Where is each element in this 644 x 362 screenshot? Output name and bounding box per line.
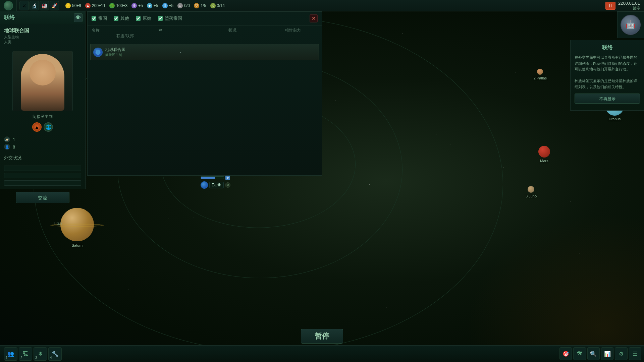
energy-icon: ⚡ <box>65 3 71 8</box>
earth-name-row[interactable]: Earth ⚙ <box>201 181 230 189</box>
pop-count: 8 <box>13 144 15 149</box>
minerals-value: 200+11 <box>92 3 105 8</box>
row-status: - <box>160 50 201 55</box>
pallas-body <box>537 69 543 75</box>
research-value: +5 <box>169 3 174 8</box>
br-icon-5[interactable]: ⚙ <box>615 347 627 360</box>
tab-other-label: 其他 <box>120 15 129 21</box>
unity-resource: ◆ +5 <box>147 3 158 8</box>
action-icon-4[interactable]: 🚀 <box>50 1 59 10</box>
pallas-asteroid[interactable]: 2 Pallas <box>534 69 547 80</box>
empire-portrait-icon[interactable]: 👁 <box>74 13 83 22</box>
tab-fallen[interactable]: 堕落帝国 <box>158 15 182 21</box>
queue-icon-4: 🔧 <box>52 351 58 357</box>
planet-count: 1 <box>13 137 15 142</box>
table-row[interactable]: 地球联合国 间接民主制 - <box>90 44 319 60</box>
empire-icons-row: ▲ 🌐 <box>0 122 85 132</box>
tab-empire-label: 帝国 <box>98 15 107 21</box>
left-panel: 联络 👁 地球联合国 人型生物 人类 间接民主制 ▲ 🌐 🪐 1 👤 8 外交状… <box>0 11 86 189</box>
alloys-resource: ◇ 0/0 <box>177 3 190 8</box>
resource-group: ⚡ 50+9 ▲ 200+11 🌿 100+3 ⚙ +5 ◆ +5 ⚙ +5 ◇… <box>62 3 228 8</box>
left-panel-header: 联络 👁 <box>0 11 85 24</box>
tab-empire-checkbox[interactable] <box>92 16 96 21</box>
empire-type: 人型生物 <box>4 35 81 40</box>
dip-bar-2 <box>4 173 81 178</box>
dip-bar-1 <box>4 166 81 171</box>
queue-item-1[interactable]: 1 👥 <box>4 347 17 361</box>
date-display: 2200.01.01 <box>618 1 640 6</box>
row-name-text: 地球联合国 间接民主制 <box>105 47 125 57</box>
research-resource: ⚙ +5 <box>162 3 174 8</box>
advisor-portrait[interactable]: 🤖 <box>617 11 644 38</box>
tab-fallen-checkbox[interactable] <box>158 16 163 21</box>
col-arrow: ⇌ <box>159 27 199 33</box>
consumer-resource: 🛡 1/5 <box>194 3 206 8</box>
queue-number-3: 3 <box>35 356 37 360</box>
queue-icon-3: ❄ <box>38 351 43 357</box>
unity-value: +5 <box>154 3 158 8</box>
armies-value: 3/14 <box>217 3 225 8</box>
br-icon-2[interactable]: 🗺 <box>573 347 586 360</box>
earth-shield-icon: ⊕ <box>225 175 230 180</box>
empire-icon-circle <box>4 1 13 10</box>
action-icon-1[interactable]: ⚔ <box>19 1 29 10</box>
mars-planet[interactable]: Mars <box>538 146 550 163</box>
saturn-label: Saturn <box>60 243 94 247</box>
empire-name: 地球联合国 <box>4 27 81 34</box>
tab-primitive[interactable]: 原始 <box>136 15 151 21</box>
empire-species: 人类 <box>4 40 81 45</box>
tab-primitive-label: 原始 <box>143 15 151 21</box>
planet-stat: 🪐 1 <box>4 136 81 142</box>
exchange-button[interactable]: 交流 <box>16 192 69 203</box>
right-panel-title: 联络 <box>575 44 640 51</box>
action-icon-2[interactable]: 🔬 <box>30 1 39 10</box>
empire-tag-orange[interactable]: ▲ <box>32 122 42 132</box>
influence-icon: ⚙ <box>131 3 137 8</box>
queue-item-4[interactable]: 4 🔧 <box>48 347 62 361</box>
br-icon-3[interactable]: 🔍 <box>587 347 600 360</box>
empire-tag-green[interactable]: 🌐 <box>44 122 53 132</box>
br-icon-1[interactable]: 🎯 <box>559 347 572 360</box>
text-highlight3: 外交 <box>611 67 619 71</box>
earth-planet-icon <box>201 181 208 189</box>
pause-display-group: 暂停 <box>301 329 343 344</box>
diplomacy-dialog: 帝国 其他 原始 堕落帝国 ✕ 名称 ⇌ 状况 相对实力 联盟/联邦 <box>87 11 322 176</box>
dip-bar-3 <box>4 180 81 186</box>
minerals-icon: ▲ <box>85 3 91 8</box>
action-icon-3[interactable]: 🏭 <box>40 1 49 10</box>
tab-primitive-checkbox[interactable] <box>136 16 141 21</box>
earth-shield-bar: ⊕ <box>201 175 230 180</box>
empire-icon[interactable] <box>0 0 17 11</box>
dialog-table-body: 地球联合国 间接民主制 - <box>88 41 322 63</box>
uranus-label: Uranus <box>609 117 621 121</box>
juno-asteroid[interactable]: 3 Juno <box>526 186 537 198</box>
tab-other-checkbox[interactable] <box>114 16 118 21</box>
close-button[interactable]: ✕ <box>310 14 318 22</box>
br-icon-6[interactable]: ☰ <box>629 347 641 360</box>
row-name: 地球联合国 间接民主制 <box>93 47 160 57</box>
influence-resource: ⚙ +5 <box>131 3 143 8</box>
diplomacy-bars <box>0 164 85 188</box>
queue-item-2[interactable]: 2 🏗 <box>19 347 32 361</box>
pop-stat-icon: 👤 <box>4 144 10 150</box>
pause-button[interactable]: ⏸ <box>605 2 615 10</box>
robot-portrait-icon: 🤖 <box>621 15 641 35</box>
energy-resource: ⚡ 50+9 <box>65 3 81 8</box>
queue-item-3[interactable]: 3 ❄ <box>34 347 47 361</box>
queue-number-2: 2 <box>20 356 22 360</box>
tab-other[interactable]: 其他 <box>114 15 129 21</box>
text-part5: 种族标签页显示的是已知外星种族的详细列表，以及他们的相关 <box>575 79 637 89</box>
empire-portrait[interactable] <box>12 51 73 111</box>
no-show-button[interactable]: 不再显示 <box>575 94 640 104</box>
pallas-label: 2 Pallas <box>534 76 547 80</box>
energy-value: 50+9 <box>72 3 81 8</box>
br-icon-4[interactable]: 📊 <box>601 347 613 360</box>
tab-empire[interactable]: 帝国 <box>92 15 107 21</box>
portrait-figure <box>21 54 64 111</box>
juno-body <box>528 186 534 193</box>
stats-row: 🪐 1 👤 8 <box>0 134 85 152</box>
consumer-value: 1/5 <box>201 3 206 8</box>
pop-stat: 👤 8 <box>4 144 81 150</box>
diplomacy-status-header: 外交状况 <box>0 152 85 164</box>
saturn-planet[interactable]: Saturn <box>60 208 94 247</box>
